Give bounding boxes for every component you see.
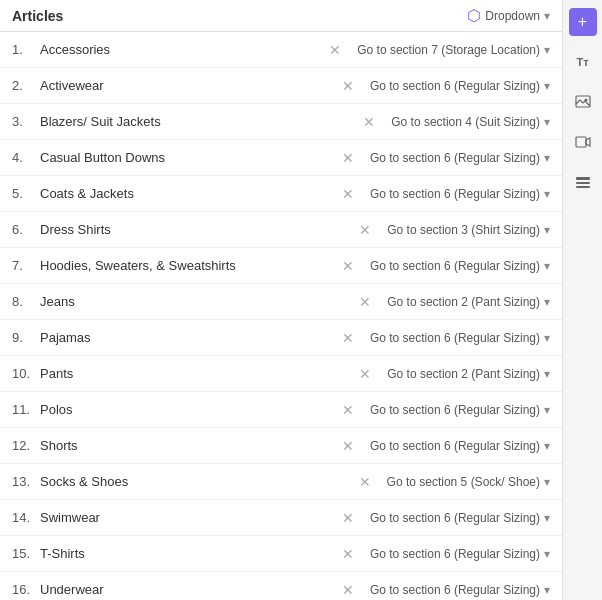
articles-list: 1.Accessories✕Go to section 7 (Storage L…	[0, 32, 562, 600]
svg-point-1	[584, 99, 587, 102]
action-label: Go to section 3 (Shirt Sizing)	[387, 223, 540, 237]
remove-item-button[interactable]: ✕	[342, 150, 354, 166]
remove-item-button[interactable]: ✕	[342, 438, 354, 454]
action-dropdown[interactable]: Go to section 2 (Pant Sizing)▾	[387, 295, 550, 309]
list-item: 9.Pajamas✕Go to section 6 (Regular Sizin…	[0, 320, 562, 356]
action-label: Go to section 5 (Sock/ Shoe)	[387, 475, 540, 489]
action-dropdown[interactable]: Go to section 5 (Sock/ Shoe)▾	[387, 475, 550, 489]
list-item: 1.Accessories✕Go to section 7 (Storage L…	[0, 32, 562, 68]
action-label: Go to section 7 (Storage Location)	[357, 43, 540, 57]
remove-item-button[interactable]: ✕	[342, 582, 354, 598]
layout-icon[interactable]	[569, 168, 597, 196]
list-item: 8.Jeans✕Go to section 2 (Pant Sizing)▾	[0, 284, 562, 320]
list-item: 14.Swimwear✕Go to section 6 (Regular Siz…	[0, 500, 562, 536]
item-number: 16.	[12, 582, 40, 597]
action-dropdown[interactable]: Go to section 6 (Regular Sizing)▾	[370, 187, 550, 201]
remove-item-button[interactable]: ✕	[342, 510, 354, 526]
item-label: Socks & Shoes	[40, 474, 359, 489]
action-label: Go to section 6 (Regular Sizing)	[370, 331, 540, 345]
action-dropdown[interactable]: Go to section 6 (Regular Sizing)▾	[370, 331, 550, 345]
chevron-down-icon: ▾	[544, 367, 550, 381]
chevron-down-icon: ▾	[544, 403, 550, 417]
item-label: Accessories	[40, 42, 329, 57]
action-label: Go to section 6 (Regular Sizing)	[370, 259, 540, 273]
list-item: 12.Shorts✕Go to section 6 (Regular Sizin…	[0, 428, 562, 464]
list-item: 10.Pants✕Go to section 2 (Pant Sizing)▾	[0, 356, 562, 392]
section-title: Articles	[12, 8, 467, 24]
item-number: 2.	[12, 78, 40, 93]
svg-rect-3	[576, 177, 590, 180]
dropdown-label: Dropdown	[485, 9, 540, 23]
list-item: 2.Activewear✕Go to section 6 (Regular Si…	[0, 68, 562, 104]
main-content: Articles ⬡ Dropdown ▾ 1.Accessories✕Go t…	[0, 0, 562, 600]
action-dropdown[interactable]: Go to section 6 (Regular Sizing)▾	[370, 403, 550, 417]
action-label: Go to section 6 (Regular Sizing)	[370, 151, 540, 165]
chevron-down-icon: ▾	[544, 583, 550, 597]
action-dropdown[interactable]: Go to section 6 (Regular Sizing)▾	[370, 547, 550, 561]
item-label: Casual Button Downs	[40, 150, 342, 165]
chevron-down-icon: ▾	[544, 151, 550, 165]
remove-item-button[interactable]: ✕	[359, 222, 371, 238]
remove-item-button[interactable]: ✕	[342, 330, 354, 346]
action-dropdown[interactable]: Go to section 7 (Storage Location)▾	[357, 43, 550, 57]
item-label: Dress Shirts	[40, 222, 359, 237]
item-number: 11.	[12, 402, 40, 417]
action-label: Go to section 6 (Regular Sizing)	[370, 511, 540, 525]
remove-item-button[interactable]: ✕	[342, 258, 354, 274]
remove-item-button[interactable]: ✕	[363, 114, 375, 130]
action-dropdown[interactable]: Go to section 6 (Regular Sizing)▾	[370, 79, 550, 93]
item-label: Blazers/ Suit Jackets	[40, 114, 363, 129]
item-label: Pajamas	[40, 330, 342, 345]
remove-item-button[interactable]: ✕	[359, 366, 371, 382]
svg-rect-5	[576, 186, 590, 188]
action-dropdown[interactable]: Go to section 2 (Pant Sizing)▾	[387, 367, 550, 381]
item-number: 6.	[12, 222, 40, 237]
remove-item-button[interactable]: ✕	[359, 474, 371, 490]
chevron-down-icon: ▾	[544, 43, 550, 57]
chevron-down-icon: ▾	[544, 475, 550, 489]
remove-item-button[interactable]: ✕	[342, 546, 354, 562]
item-label: Hoodies, Sweaters, & Sweatshirts	[40, 258, 342, 273]
action-dropdown[interactable]: Go to section 3 (Shirt Sizing)▾	[387, 223, 550, 237]
action-dropdown[interactable]: Go to section 6 (Regular Sizing)▾	[370, 439, 550, 453]
item-number: 7.	[12, 258, 40, 273]
item-label: Shorts	[40, 438, 342, 453]
action-dropdown[interactable]: Go to section 6 (Regular Sizing)▾	[370, 151, 550, 165]
chevron-down-icon: ▾	[544, 295, 550, 309]
image-icon[interactable]	[569, 88, 597, 116]
list-item: 16.Underwear✕Go to section 6 (Regular Si…	[0, 572, 562, 600]
svg-rect-2	[576, 137, 586, 147]
remove-item-button[interactable]: ✕	[342, 402, 354, 418]
item-label: Pants	[40, 366, 359, 381]
action-dropdown[interactable]: Go to section 4 (Suit Sizing)▾	[391, 115, 550, 129]
item-label: Swimwear	[40, 510, 342, 525]
item-label: T-Shirts	[40, 546, 342, 561]
action-dropdown[interactable]: Go to section 6 (Regular Sizing)▾	[370, 511, 550, 525]
item-label: Jeans	[40, 294, 359, 309]
chevron-down-icon: ▾	[544, 439, 550, 453]
sidebar: + Tт	[562, 0, 602, 600]
video-icon[interactable]	[569, 128, 597, 156]
list-item: 6.Dress Shirts✕Go to section 3 (Shirt Si…	[0, 212, 562, 248]
action-dropdown[interactable]: Go to section 6 (Regular Sizing)▾	[370, 259, 550, 273]
item-number: 13.	[12, 474, 40, 489]
text-icon[interactable]: Tт	[569, 48, 597, 76]
list-item: 3.Blazers/ Suit Jackets✕Go to section 4 …	[0, 104, 562, 140]
item-label: Coats & Jackets	[40, 186, 342, 201]
header-dropdown[interactable]: ⬡ Dropdown ▾	[467, 6, 550, 25]
chevron-down-icon: ▾	[544, 9, 550, 23]
item-number: 8.	[12, 294, 40, 309]
action-label: Go to section 2 (Pant Sizing)	[387, 295, 540, 309]
chevron-down-icon: ▾	[544, 331, 550, 345]
chevron-down-icon: ▾	[544, 511, 550, 525]
list-item: 15.T-Shirts✕Go to section 6 (Regular Siz…	[0, 536, 562, 572]
remove-item-button[interactable]: ✕	[329, 42, 341, 58]
remove-item-button[interactable]: ✕	[342, 78, 354, 94]
chevron-down-icon: ▾	[544, 547, 550, 561]
remove-item-button[interactable]: ✕	[342, 186, 354, 202]
action-label: Go to section 6 (Regular Sizing)	[370, 79, 540, 93]
plus-icon[interactable]: +	[569, 8, 597, 36]
action-dropdown[interactable]: Go to section 6 (Regular Sizing)▾	[370, 583, 550, 597]
svg-rect-4	[576, 182, 590, 184]
remove-item-button[interactable]: ✕	[359, 294, 371, 310]
